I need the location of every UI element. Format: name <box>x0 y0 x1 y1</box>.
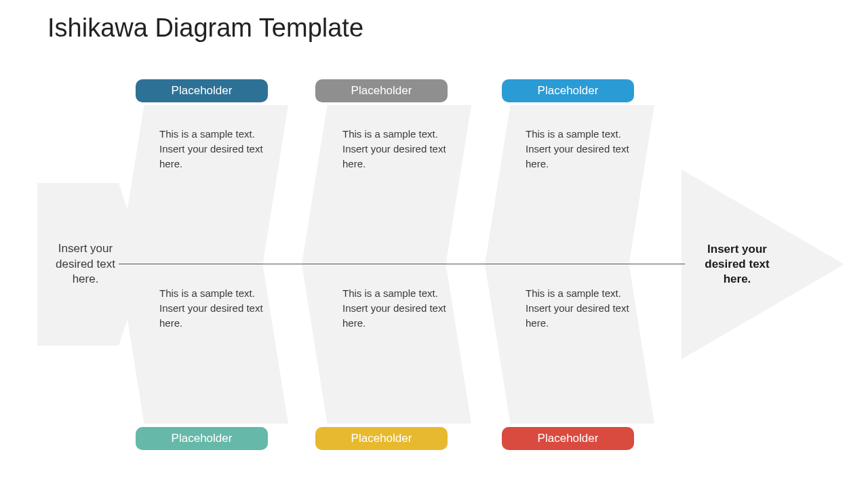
head-text: Insert your desired text here. <box>696 242 778 287</box>
pill-bottom-1: Placeholder <box>136 427 268 450</box>
spine-line <box>119 264 685 264</box>
pill-top-3: Placeholder <box>502 79 634 102</box>
bone-bottom-2: This is a sample text. Insert your desir… <box>302 264 471 424</box>
pill-bottom-2: Placeholder <box>315 427 448 450</box>
bone-top-1: This is a sample text. Insert your desir… <box>119 105 288 264</box>
bone-bottom-1: This is a sample text. Insert your desir… <box>119 264 288 424</box>
pill-top-1: Placeholder <box>136 79 268 102</box>
bone-top-3: This is a sample text. Insert your desir… <box>485 105 654 264</box>
pill-label: Placeholder <box>351 432 412 445</box>
bone-text: This is a sample text. Insert your desir… <box>526 287 629 329</box>
bone-text: This is a sample text. Insert your desir… <box>342 128 446 169</box>
diagram-canvas: Insert your desired text here. This is a… <box>0 0 868 488</box>
pill-bottom-3: Placeholder <box>502 427 634 450</box>
pill-label: Placeholder <box>538 84 599 98</box>
bone-bottom-3: This is a sample text. Insert your desir… <box>485 264 654 424</box>
bone-text: This is a sample text. Insert your desir… <box>526 128 629 169</box>
tail-text: Insert your desired text here. <box>45 241 125 288</box>
pill-label: Placeholder <box>172 432 233 445</box>
pill-label: Placeholder <box>351 84 412 98</box>
pill-label: Placeholder <box>172 84 233 98</box>
bone-text: This is a sample text. Insert your desir… <box>342 287 446 329</box>
bone-text: This is a sample text. Insert your desir… <box>159 128 263 169</box>
pill-label: Placeholder <box>538 432 599 445</box>
bone-text: This is a sample text. Insert your desir… <box>159 287 263 329</box>
fish-head: Insert your desired text here. <box>682 169 844 359</box>
bone-top-2: This is a sample text. Insert your desir… <box>302 105 471 264</box>
pill-top-2: Placeholder <box>315 79 448 102</box>
